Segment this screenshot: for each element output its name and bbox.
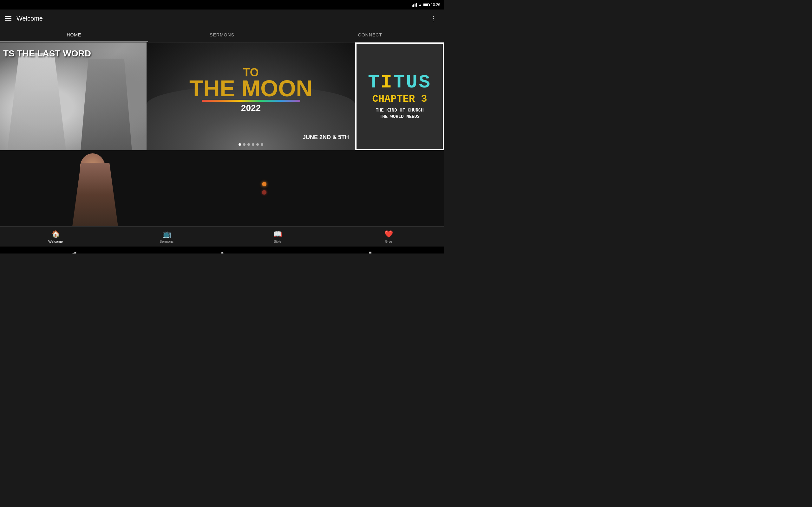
titus-letter-i: I bbox=[380, 72, 393, 93]
indicator-dot-3[interactable] bbox=[247, 143, 250, 146]
moon-bg: TO THE MOON 2022 JUNE 2ND & 5TH bbox=[147, 43, 355, 150]
video-light-2 bbox=[262, 190, 266, 194]
status-time: 10:26 bbox=[431, 3, 440, 7]
video-bg bbox=[0, 150, 444, 226]
status-icons: ▲ 10:26 bbox=[412, 3, 440, 7]
to-moon-text: TO THE MOON 2022 bbox=[189, 67, 312, 113]
carousel-indicators bbox=[239, 143, 263, 146]
bottom-nav-give[interactable]: ❤️ Give bbox=[333, 230, 444, 243]
tab-connect[interactable]: Connect bbox=[296, 27, 444, 42]
bible-icon: 📖 bbox=[273, 230, 282, 238]
home-icon: 🏠 bbox=[51, 230, 60, 238]
app-title: Welcome bbox=[16, 15, 43, 22]
bottom-nav-sermons-label: Sermons bbox=[159, 239, 173, 243]
titus-title: TITUS bbox=[368, 73, 432, 92]
bw-figures-bg bbox=[0, 43, 147, 150]
recent-apps-button[interactable]: ■ bbox=[368, 250, 372, 253]
sermons-icon: 📺 bbox=[162, 230, 171, 238]
system-nav: ◀ ● ■ bbox=[0, 246, 444, 253]
menu-button[interactable] bbox=[5, 16, 11, 20]
titus-letter-s: US bbox=[406, 72, 432, 93]
indicator-dot-5[interactable] bbox=[256, 143, 259, 146]
indicator-dot-4[interactable] bbox=[252, 143, 254, 146]
give-icon: ❤️ bbox=[385, 230, 393, 238]
app-bar-left: Welcome bbox=[5, 15, 43, 22]
carousel-slide-right[interactable]: TITUS CHAPTER 3 THE KIND OF CHURCHTHE WO… bbox=[355, 43, 444, 150]
indicator-dot-1[interactable] bbox=[239, 143, 241, 146]
wifi-icon: ▲ bbox=[418, 3, 422, 7]
date-text: JUNE 2ND & 5TH bbox=[303, 134, 349, 141]
battery-icon bbox=[423, 3, 429, 6]
hamburger-line-1 bbox=[5, 16, 11, 17]
bottom-nav-give-label: Give bbox=[385, 239, 392, 243]
indicator-dot-6[interactable] bbox=[261, 143, 263, 146]
video-lights bbox=[262, 182, 266, 194]
hamburger-line-3 bbox=[5, 20, 11, 20]
more-options-button[interactable]: ⋮ bbox=[427, 12, 439, 25]
tab-sermons[interactable]: Sermons bbox=[148, 27, 296, 42]
titus-subtitle: THE KIND OF CHURCHTHE WORLD NEEDS bbox=[375, 107, 423, 120]
video-section[interactable] bbox=[0, 150, 444, 226]
bottom-nav-sermons[interactable]: 📺 Sermons bbox=[111, 230, 222, 243]
titus-card: TITUS CHAPTER 3 THE KIND OF CHURCHTHE WO… bbox=[357, 44, 443, 149]
titus-letter-u: T bbox=[393, 72, 406, 93]
tab-home[interactable]: Home bbox=[0, 27, 148, 42]
the-moon-text: THE MOON bbox=[189, 78, 312, 99]
video-light-1 bbox=[262, 182, 266, 186]
bottom-nav-welcome[interactable]: 🏠 Welcome bbox=[0, 230, 111, 243]
hamburger-line-2 bbox=[5, 18, 11, 19]
back-button[interactable]: ◀ bbox=[72, 250, 76, 254]
carousel-slide-left[interactable]: TS THE LAST WORD bbox=[0, 43, 147, 150]
bottom-nav-welcome-label: Welcome bbox=[48, 239, 63, 243]
bottom-nav-bible-label: Bible bbox=[274, 239, 281, 243]
carousel-slide-center[interactable]: TO THE MOON 2022 JUNE 2ND & 5TH bbox=[147, 43, 355, 150]
presenter-figure bbox=[67, 163, 124, 226]
home-button[interactable]: ● bbox=[221, 250, 224, 253]
bottom-nav: 🏠 Welcome 📺 Sermons 📖 Bible ❤️ Give bbox=[0, 226, 444, 246]
figure-jesus bbox=[7, 53, 66, 150]
year-text: 2022 bbox=[189, 103, 312, 113]
app-bar: Welcome ⋮ bbox=[0, 9, 444, 27]
hero-carousel[interactable]: TS THE LAST WORD TO THE MOON 2022 JUNE 2… bbox=[0, 43, 444, 150]
status-bar: ▲ 10:26 bbox=[0, 0, 444, 9]
nav-tabs: Home Sermons Connect bbox=[0, 27, 444, 43]
titus-letter-t: T bbox=[368, 72, 380, 93]
last-word-text: TS THE LAST WORD bbox=[3, 49, 91, 59]
indicator-dot-2[interactable] bbox=[243, 143, 246, 146]
bottom-nav-bible[interactable]: 📖 Bible bbox=[222, 230, 333, 243]
figure-man bbox=[81, 59, 132, 150]
signal-icon bbox=[412, 3, 417, 7]
titus-chapter: CHAPTER 3 bbox=[372, 93, 427, 105]
